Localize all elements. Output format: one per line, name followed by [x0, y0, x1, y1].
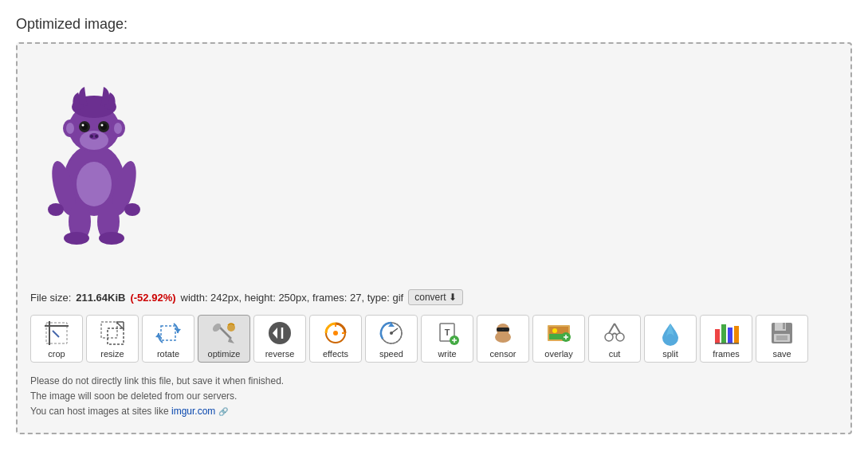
svg-rect-78	[734, 326, 739, 343]
resize-button[interactable]: resize	[86, 315, 139, 363]
effects-label: effects	[323, 349, 348, 359]
overlay-button[interactable]: overlay	[532, 315, 585, 363]
svg-point-12	[95, 135, 98, 138]
svg-point-1	[77, 162, 112, 206]
notice-area: Please do not directly link this file, b…	[30, 374, 838, 420]
censor-label: censor	[489, 349, 516, 359]
rotate-icon	[154, 319, 183, 347]
rotate-button[interactable]: rotate	[142, 315, 194, 363]
reverse-icon	[265, 319, 294, 347]
gorilla-image	[30, 57, 158, 248]
cut-button[interactable]: cut	[588, 315, 641, 363]
svg-line-72	[615, 333, 617, 335]
svg-rect-34	[161, 326, 175, 340]
svg-rect-82	[783, 323, 785, 329]
imgur-link[interactable]: imgur.com	[171, 406, 215, 417]
overlay-icon	[544, 319, 573, 347]
effects-button[interactable]: effects	[309, 315, 362, 363]
svg-point-19	[48, 203, 64, 216]
reverse-button[interactable]: reverse	[253, 315, 306, 363]
cut-label: cut	[609, 349, 621, 359]
svg-point-24	[99, 232, 124, 245]
write-label: write	[438, 349, 456, 359]
censor-button[interactable]: censor	[477, 315, 529, 363]
svg-point-16	[114, 123, 122, 134]
external-link-icon: 🔗	[218, 407, 228, 416]
speed-icon	[377, 319, 406, 347]
reverse-label: reverse	[265, 349, 295, 359]
frames-icon	[712, 319, 740, 347]
image-area	[30, 57, 838, 280]
speed-label: speed	[379, 349, 403, 359]
save-icon	[768, 319, 796, 347]
svg-rect-77	[728, 328, 732, 343]
notice-line3: You can host images at sites like imgur.…	[30, 404, 838, 419]
save-button[interactable]: save	[756, 315, 808, 363]
page-title: Optimized image:	[16, 16, 852, 33]
censor-icon	[489, 319, 517, 347]
speed-button[interactable]: speed	[365, 315, 418, 363]
svg-rect-84	[776, 335, 787, 340]
svg-point-59	[495, 332, 511, 343]
svg-line-51	[391, 328, 398, 333]
toolbar: crop resize	[30, 315, 838, 363]
frames-label: frames	[713, 349, 740, 359]
svg-rect-76	[721, 324, 726, 343]
svg-text:T: T	[445, 328, 450, 337]
crop-icon	[42, 319, 71, 347]
svg-line-71	[612, 333, 615, 335]
svg-point-23	[64, 232, 89, 245]
overlay-label: overlay	[544, 349, 572, 359]
rotate-label: rotate	[157, 349, 179, 359]
file-reduction: (-52.92%)	[130, 292, 175, 304]
split-button[interactable]: split	[644, 315, 697, 363]
save-label: save	[772, 349, 791, 359]
crop-button[interactable]: crop	[30, 315, 83, 363]
svg-point-14	[66, 123, 74, 134]
resize-icon	[98, 319, 127, 347]
svg-point-45	[333, 331, 338, 335]
content-box: File size: 211.64KiB (-52.92%) width: 24…	[16, 42, 852, 434]
svg-point-20	[124, 203, 140, 216]
frames-button[interactable]: frames	[700, 315, 752, 363]
convert-label: convert	[414, 292, 446, 303]
svg-rect-75	[715, 329, 720, 343]
svg-line-74	[615, 324, 620, 333]
file-info: File size: 211.64KiB (-52.92%) width: 24…	[30, 289, 838, 305]
convert-button[interactable]: convert ⬇	[408, 289, 462, 305]
optimize-label: optimize	[208, 349, 241, 359]
resize-label: resize	[100, 349, 124, 359]
svg-point-70	[616, 333, 624, 341]
effects-icon	[321, 319, 350, 347]
svg-point-40	[269, 322, 291, 344]
split-label: split	[662, 349, 678, 359]
split-icon	[656, 319, 685, 347]
notice-line2: The image will soon be deleted from our …	[30, 389, 838, 404]
svg-point-65	[552, 328, 557, 333]
svg-point-6	[82, 124, 84, 127]
notice-line3-prefix: You can host images at sites like	[30, 406, 169, 417]
notice-line1: Please do not directly link this file, b…	[30, 374, 838, 389]
svg-rect-30	[108, 328, 124, 344]
svg-point-69	[605, 333, 613, 341]
write-button[interactable]: T write	[421, 315, 473, 363]
write-icon: T	[433, 319, 461, 347]
svg-point-9	[101, 124, 104, 127]
file-dimensions: width: 242px, height: 250px, frames: 27,…	[181, 292, 404, 304]
optimize-button[interactable]: optimize	[198, 315, 250, 363]
file-size-value: 211.64KiB	[76, 292, 125, 304]
file-size-label: File size:	[30, 292, 71, 304]
cut-icon	[600, 319, 629, 347]
svg-rect-29	[101, 322, 117, 338]
download-icon: ⬇	[449, 292, 457, 303]
svg-line-73	[609, 324, 615, 333]
optimize-icon	[210, 319, 238, 347]
svg-point-11	[90, 135, 93, 138]
crop-label: crop	[48, 349, 65, 359]
